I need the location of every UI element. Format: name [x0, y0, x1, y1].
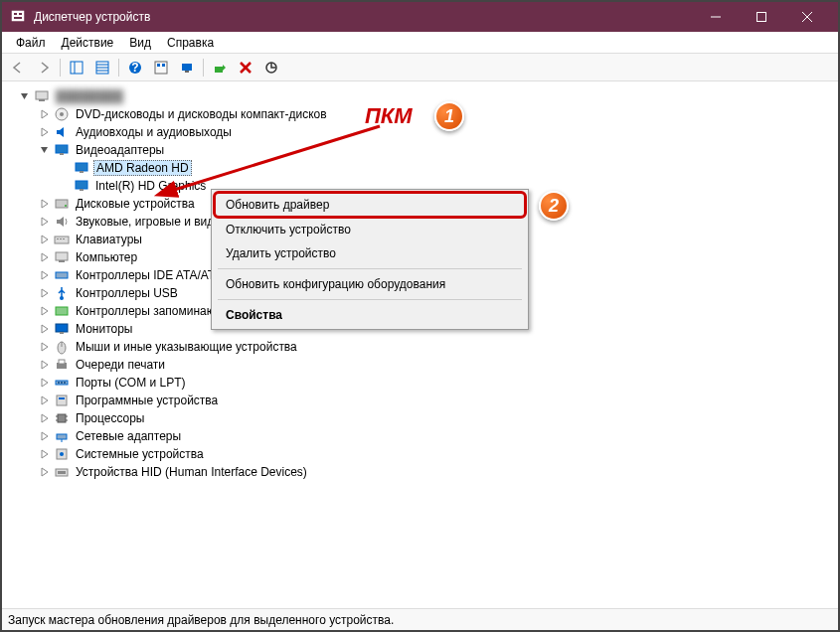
svg-rect-47 [60, 332, 64, 334]
tree-item-label[interactable]: Сетевые адаптеры [74, 429, 183, 443]
minimize-button[interactable] [693, 2, 739, 32]
sound-icon [54, 214, 70, 230]
tree-item[interactable]: DVD-дисководы и дисководы компакт-дисков [4, 105, 836, 123]
tree-item-label[interactable]: DVD-дисководы и дисководы компакт-дисков [74, 107, 329, 121]
tree-item-label[interactable]: Программные устройства [74, 394, 220, 407]
expander-icon[interactable] [38, 125, 52, 139]
mouse-icon [54, 339, 70, 355]
svg-rect-41 [56, 252, 68, 260]
expander-icon[interactable] [58, 179, 72, 193]
tree-item[interactable]: Процессоры [4, 409, 836, 427]
expander-icon[interactable] [38, 376, 52, 390]
device-tree[interactable]: ████████ DVD-дисководы и дисководы компа… [4, 83, 836, 606]
system-icon [54, 446, 70, 462]
tree-item-label[interactable]: Мониторы [74, 322, 134, 336]
tree-item[interactable]: AMD Radeon HD [4, 159, 836, 177]
view-button[interactable] [149, 56, 173, 79]
context-menu-item[interactable]: Отключить устройство [214, 218, 526, 241]
tree-item-label[interactable]: Контроллеры USB [74, 286, 180, 300]
app-icon [10, 9, 26, 25]
tree-item-label[interactable]: Мыши и иные указывающие устройства [74, 340, 299, 354]
svg-point-44 [60, 296, 64, 300]
window-title: Диспетчер устройств [34, 10, 693, 24]
expander-icon[interactable] [38, 107, 52, 121]
tree-item-label[interactable]: Очереди печати [74, 358, 167, 372]
context-menu-item[interactable]: Удалить устройство [214, 241, 526, 265]
uninstall-button[interactable] [234, 56, 257, 79]
tree-item-label[interactable]: Порты (COM и LPT) [74, 376, 188, 390]
toolbar-separator [203, 59, 204, 77]
expander-icon[interactable] [38, 465, 52, 479]
expander-icon[interactable] [38, 322, 52, 336]
svg-rect-16 [155, 62, 167, 74]
disable-button[interactable] [259, 56, 283, 79]
tree-item[interactable]: Системные устройства [4, 445, 836, 463]
expander-icon[interactable] [38, 411, 52, 425]
svg-rect-38 [57, 238, 59, 239]
svg-rect-3 [14, 17, 22, 19]
maximize-button[interactable] [739, 2, 784, 32]
tree-item-label[interactable]: Устройства HID (Human Interface Devices) [74, 465, 309, 479]
help-button[interactable]: ? [123, 56, 147, 79]
menu-help[interactable]: Справка [159, 34, 222, 52]
expander-icon[interactable] [38, 286, 52, 300]
computer-icon [34, 88, 50, 104]
tree-root[interactable]: ████████ [4, 87, 836, 105]
monitor-icon [54, 321, 70, 337]
forward-button[interactable] [32, 56, 56, 79]
scan-hardware-button[interactable] [175, 56, 199, 79]
context-menu-item[interactable]: Обновить конфигурацию оборудования [214, 272, 526, 296]
tree-item-label[interactable]: Дисковые устройства [74, 197, 197, 211]
expander-icon[interactable] [38, 268, 52, 282]
expander-icon[interactable] [38, 143, 52, 157]
tree-item[interactable]: Видеоадаптеры [4, 141, 836, 159]
show-hide-tree-button[interactable] [65, 56, 88, 79]
expander-icon[interactable] [38, 304, 52, 318]
svg-point-36 [65, 205, 67, 207]
expander-icon[interactable] [38, 394, 52, 407]
tree-item-label[interactable]: Системные устройства [74, 447, 206, 461]
tree-root-label[interactable]: ████████ [54, 89, 125, 103]
tree-item-label[interactable]: Intel(R) HD Graphics [93, 179, 208, 193]
menu-file[interactable]: Файл [8, 34, 54, 52]
context-menu-item[interactable]: Обновить драйвер [213, 191, 527, 219]
menu-view[interactable]: Вид [121, 34, 159, 52]
svg-rect-20 [185, 71, 189, 73]
expander-icon[interactable] [38, 447, 52, 461]
tree-item-label[interactable]: Клавиатуры [74, 233, 144, 246]
expander-icon[interactable] [38, 250, 52, 264]
context-menu-item[interactable]: Свойства [214, 303, 526, 327]
tree-item[interactable]: Аудиовходы и аудиовыходы [4, 123, 836, 141]
expander-open-icon[interactable] [18, 89, 32, 103]
tree-item-label[interactable]: Аудиовходы и аудиовыходы [74, 125, 234, 139]
tree-item[interactable]: Очереди печати [4, 356, 836, 374]
expander-icon[interactable] [38, 429, 52, 443]
tree-item[interactable]: Сетевые адаптеры [4, 427, 836, 445]
tree-item-label[interactable]: AMD Radeon HD [93, 160, 192, 176]
tree-item[interactable]: Порты (COM и LPT) [4, 374, 836, 392]
svg-rect-19 [182, 64, 192, 71]
tree-item[interactable]: Устройства HID (Human Interface Devices) [4, 463, 836, 481]
tree-item-label[interactable]: Процессоры [74, 411, 147, 425]
display-icon [74, 160, 89, 176]
cpu-icon [54, 410, 70, 426]
expander-icon[interactable] [38, 233, 52, 246]
tree-item-label[interactable]: Видеоадаптеры [74, 143, 166, 157]
expander-icon[interactable] [58, 161, 72, 175]
properties-button[interactable] [90, 56, 114, 79]
close-button[interactable] [784, 2, 830, 32]
tree-item[interactable]: Программные устройства [4, 392, 836, 409]
menu-action[interactable]: Действие [54, 34, 122, 52]
update-driver-button[interactable] [208, 56, 232, 79]
tree-item-label[interactable]: Компьютер [74, 250, 139, 264]
software-icon [54, 393, 70, 408]
svg-point-55 [64, 382, 66, 384]
expander-icon[interactable] [38, 197, 52, 211]
tree-item[interactable]: Мыши и иные указывающие устройства [4, 338, 836, 356]
expander-icon[interactable] [38, 340, 52, 354]
expander-icon[interactable] [38, 215, 52, 229]
svg-rect-5 [757, 13, 766, 22]
context-separator [218, 268, 522, 269]
back-button[interactable] [6, 56, 30, 79]
expander-icon[interactable] [38, 358, 52, 372]
